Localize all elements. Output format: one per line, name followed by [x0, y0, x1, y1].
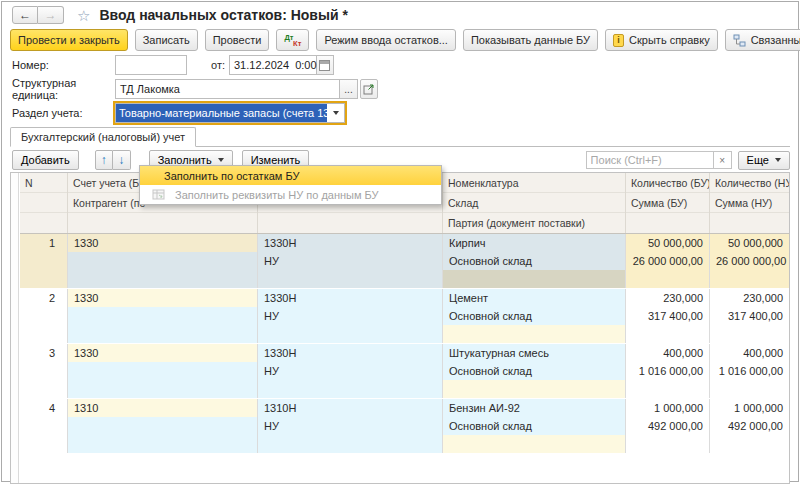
toolbar: Провести и закрыть Записать Провести Дт … [10, 29, 798, 51]
post-and-close-button[interactable]: Провести и закрыть [10, 29, 128, 51]
more-button[interactable]: Еще [738, 151, 790, 170]
fill-table-icon [152, 188, 165, 201]
search-input[interactable] [586, 151, 714, 169]
section-label: Раздел учета: [12, 107, 115, 119]
post-button[interactable]: Провести [205, 29, 270, 51]
section-value: Товарно-материальные запасы (счета 1310- [116, 104, 327, 122]
forward-button[interactable]: → [38, 6, 64, 24]
current-cell[interactable] [443, 270, 625, 288]
related-docs-icon [733, 34, 746, 47]
dt-kt-icon: Дт Кт [284, 33, 301, 48]
section-combobox[interactable]: Товарно-материальные запасы (счета 1310- [115, 103, 345, 123]
header-qty-bu[interactable]: Количество (БУ) [626, 173, 709, 193]
header-nomenclature[interactable]: Номенклатура [443, 173, 625, 193]
table-row[interactable]: 4 1310 1310ННУ Бензин АИ-92Основной скла… [20, 399, 789, 453]
unit-label: Структурная единица: [12, 77, 115, 101]
back-button[interactable]: ← [12, 6, 38, 24]
chevron-down-icon[interactable] [327, 104, 344, 122]
header-qty-nu[interactable]: Количество (НУ) [710, 173, 789, 193]
menu-item-fill-by-bu[interactable]: Заполнить по остаткам БУ [140, 166, 441, 185]
chevron-down-icon [775, 158, 781, 162]
show-bu-data-button[interactable]: Показывать данные БУ [463, 29, 598, 51]
open-icon [363, 83, 375, 95]
write-button[interactable]: Записать [135, 29, 198, 51]
header-sum-nu[interactable]: Сумма (НУ) [710, 193, 789, 213]
help-icon [613, 34, 624, 47]
unit-choose-button[interactable]: ... [340, 79, 358, 99]
number-input[interactable] [115, 55, 187, 75]
menu-item-label: Заполнить реквизиты НУ по данным БУ [175, 189, 379, 201]
favorite-star-icon[interactable]: ☆ [77, 8, 90, 23]
dt-kt-button[interactable]: Дт Кт [276, 29, 309, 51]
unit-row: Структурная единица: ТД Лакомка ... [12, 79, 798, 99]
entry-mode-button[interactable]: Режим ввода остатков... [316, 29, 456, 51]
header-warehouse[interactable]: Склад [443, 193, 625, 213]
clear-search-button[interactable]: × [714, 151, 732, 169]
table-row[interactable]: 3 1330 1330ННУ Штукатурная смесьОсновной… [20, 344, 789, 398]
move-down-button[interactable]: ↓ [113, 150, 131, 170]
tab-strip: Бухгалтерский (налоговый) учет [10, 127, 790, 147]
header-batch[interactable]: Партия (документ поставки) [443, 213, 625, 233]
calendar-button[interactable] [317, 55, 334, 75]
related-docs-button[interactable]: Связанные документы [725, 29, 800, 51]
calendar-icon [319, 60, 330, 71]
row-selector-strip[interactable] [11, 173, 19, 483]
table-row[interactable]: 2 1330 1330ННУ ЦементОсновной склад 230,… [20, 289, 789, 343]
more-label: Еще [747, 154, 769, 166]
move-up-button[interactable]: ↑ [95, 150, 113, 170]
menu-item-fill-nu-from-bu[interactable]: Заполнить реквизиты НУ по данным БУ [140, 185, 441, 204]
header-sum-bu[interactable]: Сумма (БУ) [626, 193, 709, 213]
number-label: Номер: [12, 59, 115, 71]
fill-dropdown-menu: Заполнить по остаткам БУ Заполнить рекви… [139, 165, 442, 205]
unit-open-button[interactable] [360, 79, 378, 99]
page-title: Ввод начальных остатков: Новый * [99, 7, 347, 23]
hide-help-label: Скрыть справку [629, 34, 710, 46]
table-row[interactable]: 1 1330 1330ННУ КирпичОсновной склад 50 0… [20, 234, 789, 288]
nav-group: ← → [12, 6, 64, 24]
document-window: ← → ☆ Ввод начальных остатков: Новый * П… [1, 1, 799, 482]
header-n[interactable]: N [20, 173, 67, 193]
date-input[interactable]: 31.12.2024 0:00:00 [229, 55, 317, 75]
section-row: Раздел учета: Товарно-материальные запас… [12, 103, 798, 123]
add-row-button[interactable]: Добавить [12, 150, 79, 170]
balances-table: N Счет учета (БУ Контрагент (пе Номенкла… [10, 172, 790, 484]
date-label: от: [211, 59, 225, 71]
related-docs-label: Связанные документы [751, 34, 800, 46]
titlebar: ← → ☆ Ввод начальных остатков: Новый * [12, 6, 798, 24]
hide-help-button[interactable]: Скрыть справку [605, 29, 718, 51]
number-row: Номер: от: 31.12.2024 0:00:00 [12, 55, 798, 75]
unit-input[interactable]: ТД Лакомка [115, 79, 340, 99]
chevron-down-icon [218, 158, 224, 162]
tab-accounting[interactable]: Бухгалтерский (налоговый) учет [10, 127, 196, 147]
